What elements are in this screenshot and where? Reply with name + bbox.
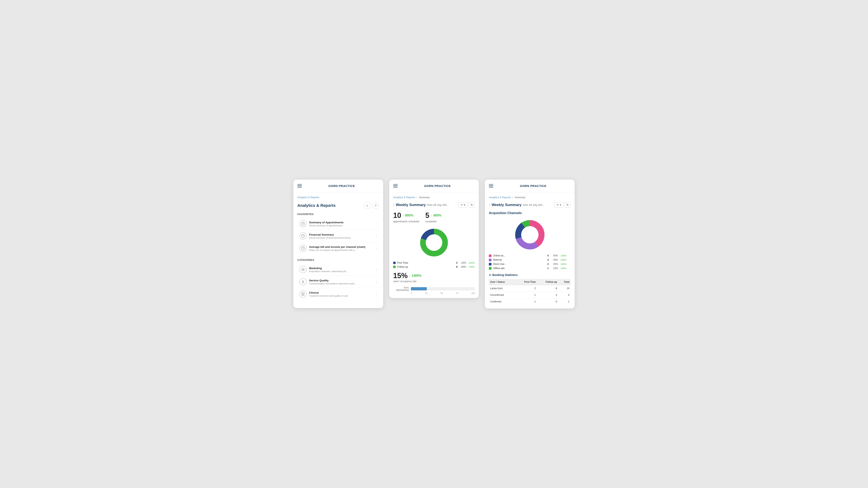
nav-item-financial-summary[interactable]: Financial Summary Visual summary of fina… <box>298 230 379 242</box>
weekly-title-2: Weekly Summary <box>396 203 426 207</box>
cell-unconfirmed-follow: 3 <box>537 292 558 298</box>
categories-label: CATEGORIES <box>298 259 379 261</box>
panel-2: GORN PRACTICE Analytics & Reports › Summ… <box>389 180 479 298</box>
donut-chart <box>393 227 475 259</box>
svg-rect-8 <box>302 293 304 295</box>
refresh-button-3[interactable]: ↻ <box>565 202 570 208</box>
cell-larisa-total: 10 <box>558 285 570 292</box>
acq-row-offline: Offline ads 1 10% ↑100% <box>489 267 570 270</box>
cell-larisa-first: 2 <box>516 285 537 292</box>
hamburger-icon-2[interactable] <box>393 183 398 189</box>
nav-text-service-quality: Service Quality Communication and patien… <box>309 279 374 285</box>
donut-legend: First Time 2 20% ↑100% Follow-up 8 80% ↑… <box>393 261 475 268</box>
chevron-right-icon-4: › <box>376 268 377 271</box>
th-first-time: First Time <box>516 279 537 285</box>
booking-stats-heading[interactable]: ∧ Booking Statistics <box>489 273 570 276</box>
filter-button-3[interactable]: ▾ <box>554 202 563 208</box>
cell-confirmed-first: 1 <box>516 298 537 305</box>
legend-row-first-time: First Time 2 20% ↑100% <box>393 261 475 264</box>
acq-name-online: Online bo... <box>493 254 544 257</box>
table-row-unconfirmed: Unconfirmed 1 3 4 <box>489 292 570 298</box>
acq-donut-chart <box>489 218 570 252</box>
legend-row-follow-up: Follow-up 8 80% ↑700% <box>393 265 475 268</box>
acq-name-referral: Referral <box>493 258 544 261</box>
filter-btn-3: ▾ ↻ <box>554 202 570 208</box>
bar-axis: 0 25 50 75 100 <box>411 292 475 294</box>
acq-dot-direct <box>489 263 492 265</box>
occupancy-pct: 15% <box>393 271 408 280</box>
nav-text-appointments: Summary of Appointments Visual summary o… <box>309 221 374 227</box>
breadcrumb-2: Analytics & Reports › Summary <box>393 196 475 199</box>
cell-unconfirmed-total: 4 <box>558 292 570 298</box>
stat-completed-num: 5 <box>425 211 429 220</box>
categories-list: Marketing Acquisition channels, advertis… <box>298 263 379 300</box>
breadcrumb-1: Analytics & Reports <box>298 196 379 199</box>
stats-row: 10 ↑ 900% appointments scheduled 5 ↑ 400… <box>393 211 475 223</box>
favourites-list: Summary of Appointments Visual summary o… <box>298 218 379 254</box>
booking-stats-table: User / Status First Time Follow-up Total… <box>489 279 570 305</box>
acq-channels-heading: Acquisition Channels <box>489 211 570 215</box>
stat-appointments-num: 10 <box>393 211 401 220</box>
bar-user-label: Gorn,Administrator <box>393 286 409 291</box>
th-user: User / Status <box>489 279 516 285</box>
bar-chart: Gorn,Administrator 0 25 50 75 100 <box>393 285 475 294</box>
booking-stats-label: Booking Statistics <box>492 273 518 276</box>
breadcrumb-3: Analytics & Reports › Summary <box>489 196 570 199</box>
stat-completed: 5 ↑ 400% completed <box>425 211 441 223</box>
panel-1-header: GORN PRACTICE <box>293 180 383 193</box>
cell-confirmed-name: Confirmed <box>489 298 516 305</box>
svg-point-7 <box>302 281 304 282</box>
app-title-2: GORN PRACTICE <box>400 184 475 188</box>
nav-text-marketing: Marketing Acquisition channels, advertis… <box>309 267 374 272</box>
acq-dot-offline <box>489 267 492 270</box>
page-heading-1: Analytics & Reports <box>298 203 336 208</box>
svg-point-25 <box>521 226 538 243</box>
help-button[interactable]: ? <box>372 202 379 209</box>
svg-marker-3 <box>302 268 303 270</box>
panel-3: GORN PRACTICE Analytics & Reports › Summ… <box>485 180 575 309</box>
financial-summary-icon <box>299 232 307 239</box>
collapse-icon: ∧ <box>489 273 491 276</box>
marketing-icon <box>299 266 307 273</box>
nav-text-avg-bill: Average bill and income per channel (cha… <box>309 246 374 251</box>
bar-fill <box>411 287 427 290</box>
cell-confirmed-follow: 0 <box>537 298 558 305</box>
acq-dot-referral <box>489 259 492 261</box>
acq-row-online: Online bo... 4 40% ↑100% <box>489 254 570 257</box>
acq-legend: Online bo... 4 40% ↑100% Referral 3 30% … <box>489 254 570 270</box>
filter-button-2[interactable]: ▾ <box>458 202 468 208</box>
chevron-right-icon-6: › <box>376 292 377 296</box>
app-title-1: GORN PRACTICE <box>304 184 379 188</box>
cell-unconfirmed-first: 1 <box>516 292 537 298</box>
nav-item-marketing[interactable]: Marketing Acquisition channels, advertis… <box>298 263 379 276</box>
chevron-right-icon-3: › <box>376 247 377 250</box>
chevron-right-icon-2: › <box>376 234 377 237</box>
legend-dot-first-time <box>393 262 396 264</box>
add-button[interactable]: + <box>364 202 371 209</box>
stat-appointments-pct: 900% <box>405 214 413 217</box>
weekly-header-2: ‹ Weekly Summary from 29 July 202... ▾ ↻ <box>393 202 475 208</box>
nav-item-clinical[interactable]: Clinical Treatment volumes and quality o… <box>298 288 379 300</box>
nav-item-service-quality[interactable]: Service Quality Communication and patien… <box>298 276 379 288</box>
hamburger-icon[interactable] <box>298 183 302 189</box>
stat-appointments: 10 ↑ 900% appointments scheduled <box>393 211 419 223</box>
acq-row-direct: Direct mar... 2 20% ↑100% <box>489 263 570 265</box>
acq-name-direct: Direct mar... <box>493 263 544 265</box>
legend-dot-follow-up <box>393 266 396 268</box>
avg-bill-icon <box>299 245 307 252</box>
refresh-button-2[interactable]: ↻ <box>469 202 475 208</box>
nav-item-summary-appointments[interactable]: Summary of Appointments Visual summary o… <box>298 218 379 230</box>
th-follow-up: Follow-up <box>537 279 558 285</box>
chevron-right-icon-5: › <box>376 280 377 283</box>
back-arrow-2[interactable]: ‹ <box>393 203 394 207</box>
back-arrow-3[interactable]: ‹ <box>489 203 490 207</box>
panel-1: GORN PRACTICE Analytics & Reports Analyt… <box>293 180 383 308</box>
clinical-icon <box>299 290 307 298</box>
nav-item-avg-bill[interactable]: Average bill and income per channel (cha… <box>298 242 379 254</box>
acq-name-offline: Offline ads <box>493 267 544 270</box>
panel-2-header: GORN PRACTICE <box>389 180 479 193</box>
hamburger-icon-3[interactable] <box>489 183 493 189</box>
weekly-date-2: from 29 July 202... <box>427 203 449 206</box>
bar-row-1: Gorn,Administrator <box>393 286 475 291</box>
weekly-date-3: from 29 July 202... <box>523 203 545 206</box>
